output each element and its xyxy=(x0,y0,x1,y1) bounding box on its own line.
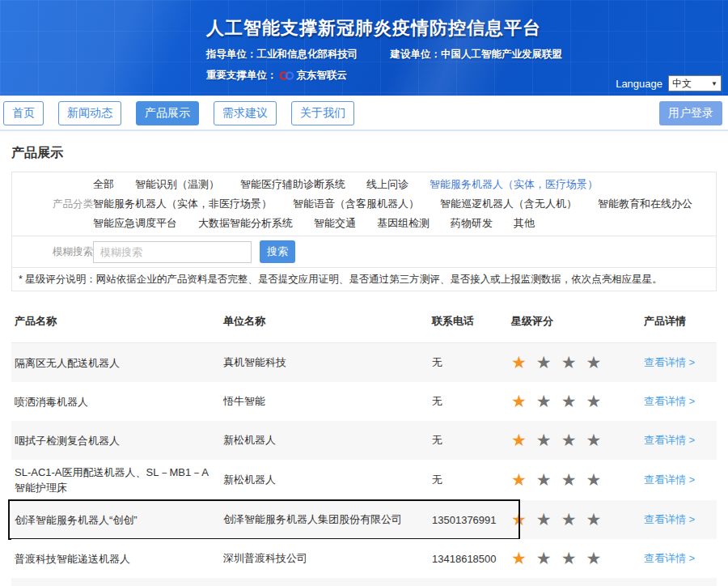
star-icon: ★ xyxy=(586,470,601,489)
main-navbar: 首页新闻动态产品展示需求建议关于我们 用户登录 xyxy=(0,96,728,131)
star-icon: ★ xyxy=(511,470,527,489)
company-name: 创泽智能服务机器人集团股份有限公司 xyxy=(223,507,432,532)
table-row: SL-AC1-A医用配送机器人、SL－MB1－A智能护理床新松机器人无★★★★查… xyxy=(11,460,717,500)
view-details-link[interactable]: 查看详情 > xyxy=(644,356,695,368)
product-name: 创泽智能服务机器人“创创” xyxy=(11,507,223,533)
header-product-details: 产品详情 xyxy=(634,309,717,333)
star-icon: ★ xyxy=(536,392,552,410)
view-details-link[interactable]: 查看详情 > xyxy=(644,513,695,525)
star-rating: ★★★★ xyxy=(511,465,634,495)
star-icon: ★ xyxy=(586,392,601,410)
nav-tab[interactable]: 关于我们 xyxy=(291,101,354,125)
category-link[interactable]: 智能服务机器人（实体，非医疗场景） xyxy=(93,194,272,214)
support-unit-label: 重要支撑单位： xyxy=(206,69,277,83)
category-row: 全部智能识别（温测）智能医疗辅助诊断系统线上问诊智能服务机器人（实体，医疗场景） xyxy=(93,175,716,194)
company-name: 悟牛智能 xyxy=(223,389,432,414)
product-name: 咽拭子检测复合机器人 xyxy=(11,428,223,453)
table-body: 隔离区无人配送机器人真机智能科技无★★★★查看详情 >喷洒消毒机器人悟牛智能无★… xyxy=(11,343,717,586)
star-icon: ★ xyxy=(511,549,527,567)
search-button[interactable]: 搜索 xyxy=(260,240,295,263)
contact-phone: 13501376991 xyxy=(432,509,511,531)
category-link[interactable]: 智能应急调度平台 xyxy=(93,214,177,233)
details-cell: 查看详情 > xyxy=(634,507,717,532)
star-icon: ★ xyxy=(561,353,577,372)
star-icon: ★ xyxy=(586,431,601,449)
product-table: 产品名称 单位名称 联系电话 星级评分 产品详情 隔离区无人配送机器人真机智能科… xyxy=(11,299,717,586)
table-header-row: 产品名称 单位名称 联系电话 星级评分 产品详情 xyxy=(11,299,717,343)
category-link[interactable]: 其他 xyxy=(514,214,535,233)
table-row: 隔离区无人配送机器人真机智能科技无★★★★查看详情 > xyxy=(11,343,717,382)
view-details-link[interactable]: 查看详情 > xyxy=(644,552,695,564)
contact-phone: 13418618500 xyxy=(432,548,511,570)
details-cell: 查看详情 > xyxy=(634,428,717,452)
search-section: 模糊搜索 搜索 xyxy=(12,236,716,267)
table-row: 咽拭子检测复合机器人新松机器人无★★★★查看详情 > xyxy=(11,421,717,460)
product-name: 喷洒消毒机器人 xyxy=(11,389,223,414)
view-details-link[interactable]: 查看详情 > xyxy=(644,395,695,407)
category-link[interactable]: 药物研发 xyxy=(451,214,493,233)
language-select[interactable]: 中文 ▼ xyxy=(668,75,722,91)
view-details-link[interactable]: 查看详情 > xyxy=(644,434,695,446)
language-value: 中文 xyxy=(672,77,692,91)
star-rating: ★★★★ xyxy=(511,505,634,534)
product-name: SL-AC1-A医用配送机器人、SL－MB1－A智能护理床 xyxy=(11,460,223,500)
main-content: 产品展示 产品分类 全部智能识别（温测）智能医疗辅助诊断系统线上问诊智能服务机器… xyxy=(0,145,728,586)
category-link[interactable]: 智能交通 xyxy=(314,214,356,233)
user-login-button[interactable]: 用户登录 xyxy=(659,101,722,125)
jd-cloud-logo-icon xyxy=(279,70,294,81)
table-row: 喷洒消毒机器人悟牛智能无★★★★查看详情 > xyxy=(11,382,717,421)
star-icon: ★ xyxy=(511,431,527,449)
star-icon: ★ xyxy=(586,353,601,372)
star-rating: ★★★★ xyxy=(511,544,634,573)
build-unit-text: 建设单位：中国人工智能产业发展联盟 xyxy=(391,48,563,62)
nav-tab[interactable]: 首页 xyxy=(3,101,44,125)
category-section: 产品分类 全部智能识别（温测）智能医疗辅助诊断系统线上问诊智能服务机器人（实体，… xyxy=(12,172,716,236)
category-link[interactable]: 智能服务机器人（实体，医疗场景） xyxy=(430,175,598,194)
contact-phone: 无 xyxy=(432,350,511,375)
header-company-name: 单位名称 xyxy=(223,309,432,333)
company-name: 深圳普渡科技公司 xyxy=(223,546,432,571)
category-link[interactable]: 智能医疗辅助诊断系统 xyxy=(240,175,345,194)
category-link[interactable]: 智能巡逻机器人（含无人机） xyxy=(440,194,577,214)
category-link[interactable]: 全部 xyxy=(93,175,114,194)
header-star-rating: 星级评分 xyxy=(511,309,634,333)
category-link[interactable]: 智能教育和在线办公 xyxy=(598,194,692,214)
guide-unit-text: 指导单位：工业和信息化部科技司 xyxy=(206,48,358,62)
product-name: 隔离区无人配送机器人 xyxy=(11,350,223,376)
category-label: 产品分类 xyxy=(12,197,93,211)
table-row: 创泽智能服务机器人“创创”创泽智能服务机器人集团股份有限公司1350137699… xyxy=(11,500,717,539)
company-name: 新松机器人 xyxy=(223,468,432,492)
category-link[interactable]: 线上问诊 xyxy=(366,175,408,194)
nav-tab[interactable]: 产品展示 xyxy=(136,101,199,125)
star-icon: ★ xyxy=(536,470,552,489)
header-product-name: 产品名称 xyxy=(11,308,223,333)
search-input[interactable] xyxy=(93,241,252,263)
star-icon: ★ xyxy=(511,392,527,410)
star-rating: ★★★★ xyxy=(511,387,634,416)
star-icon: ★ xyxy=(561,431,577,449)
star-rating: ★★★★ xyxy=(511,426,634,455)
company-name: 真机智能科技 xyxy=(223,350,432,375)
contact-phone: 无 xyxy=(432,468,511,492)
category-link[interactable]: 大数据智能分析系统 xyxy=(198,214,293,233)
category-link[interactable]: 基因组检测 xyxy=(377,214,430,233)
site-title: 人工智能支撑新冠肺炎疫情防控信息平台 xyxy=(206,16,562,40)
star-rating: ★★★★ xyxy=(511,583,634,586)
product-name: 普渡科技智能递送机器人 xyxy=(11,546,223,571)
view-details-link[interactable]: 查看详情 > xyxy=(644,473,695,486)
search-label: 模糊搜索 xyxy=(12,245,93,259)
category-link[interactable]: 智能语音（含客服机器人） xyxy=(293,194,419,214)
nav-tab[interactable]: 需求建议 xyxy=(214,101,277,125)
star-rating: ★★★★ xyxy=(511,348,634,377)
details-cell: 查看详情 > xyxy=(634,546,717,571)
language-label: Language xyxy=(616,78,662,90)
category-link[interactable]: 智能识别（温测） xyxy=(135,175,219,194)
table-row: 智能巡航消毒机器人华尔嘉（泉州）机械制造有限公司无★★★★查看详情 > xyxy=(11,578,717,586)
contact-phone: 无 xyxy=(432,428,511,452)
star-icon: ★ xyxy=(561,510,577,529)
star-icon: ★ xyxy=(536,510,552,529)
nav-tab[interactable]: 新闻动态 xyxy=(58,101,121,125)
star-icon: ★ xyxy=(536,353,552,372)
category-row: 智能服务机器人（实体，非医疗场景）智能语音（含客服机器人）智能巡逻机器人（含无人… xyxy=(93,194,716,214)
top-banner: 人工智能支撑新冠肺炎疫情防控信息平台 指导单位：工业和信息化部科技司 建设单位：… xyxy=(0,0,728,96)
